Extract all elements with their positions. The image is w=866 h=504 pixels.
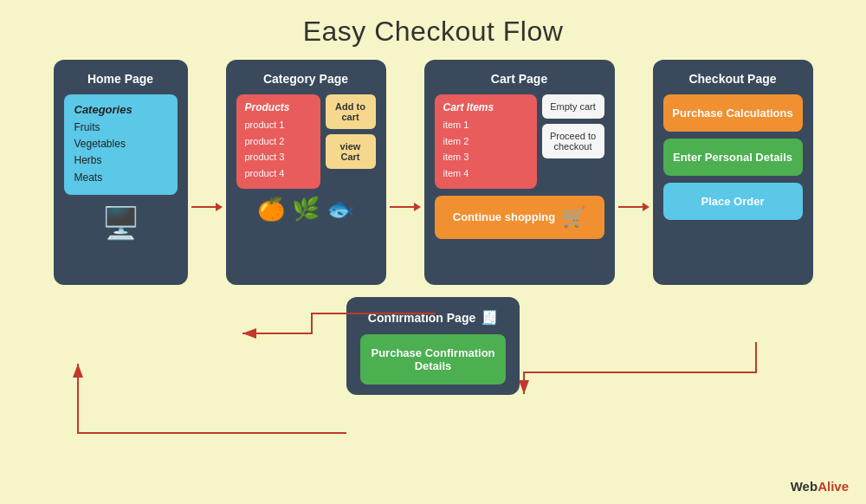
products-title: Products: [245, 101, 312, 113]
arrow-cart-to-checkout: [615, 199, 653, 215]
herb-icon: 🌿: [292, 196, 320, 223]
svg-marker-1: [216, 203, 223, 211]
shopping-cart-icon: 🛒: [562, 206, 585, 229]
checkout-page-title: Checkout Page: [663, 72, 803, 86]
fish-icon: 🐟: [326, 196, 354, 223]
cart-item-1: item 1: [443, 117, 528, 133]
confirmation-title-row: Confirmation Page 🧾: [360, 309, 506, 326]
empty-cart-button[interactable]: Empty cart: [542, 94, 604, 119]
categories-list: Fruits Vegetables Herbs Meats: [74, 120, 167, 186]
category-meats: Meats: [74, 170, 167, 186]
cart-item-3: item 3: [443, 149, 528, 165]
orange-icon: 🍊: [257, 196, 285, 223]
svg-marker-5: [643, 203, 650, 211]
add-to-cart-button[interactable]: Add to cart: [326, 94, 376, 129]
receipt-icon: 🧾: [481, 309, 498, 326]
confirmation-section: Confirmation Page 🧾 Purchase Confirmatio…: [0, 297, 866, 395]
checkout-page-card: Checkout Page Purchase Calculations Ente…: [653, 60, 813, 285]
cart-item-2: item 2: [443, 133, 528, 150]
category-vegetables: Vegetables: [74, 136, 167, 152]
confirmation-page-card: Confirmation Page 🧾 Purchase Confirmatio…: [346, 297, 520, 395]
svg-marker-3: [414, 203, 421, 211]
products-list: product 1 product 2 product 3 product 4: [245, 117, 312, 182]
cart-page-title: Cart Page: [435, 72, 604, 86]
branding: WebAlive: [791, 479, 849, 494]
personal-details-button[interactable]: Enter Personal Details: [663, 139, 803, 176]
arrow-home-to-category: [188, 199, 226, 215]
view-cart-button[interactable]: view Cart: [326, 134, 376, 169]
brand-suffix: Alive: [818, 479, 849, 494]
computer-icon: 🖥️: [64, 205, 178, 242]
category-herbs: Herbs: [74, 152, 167, 169]
categories-title: Categories: [74, 103, 167, 116]
product-3: product 3: [245, 149, 312, 165]
proceed-to-checkout-button[interactable]: Proceed to checkout: [542, 124, 604, 158]
confirmation-page-title: Confirmation Page: [368, 311, 475, 325]
product-1: product 1: [245, 117, 312, 133]
products-area: Products product 1 product 2 product 3 p…: [236, 94, 376, 189]
brand-prefix: Web: [791, 479, 818, 494]
page-title: Easy Checkout Flow: [0, 0, 866, 60]
products-box: Products product 1 product 2 product 3 p…: [236, 94, 320, 189]
arrow-category-to-cart: [386, 199, 424, 215]
continue-shopping-button[interactable]: Continue shopping 🛒: [435, 196, 604, 239]
categories-box: Categories Fruits Vegetables Herbs Meats: [64, 94, 178, 195]
category-page-card: Category Page Products product 1 product…: [226, 60, 386, 285]
home-page-card: Home Page Categories Fruits Vegetables H…: [54, 60, 188, 285]
category-page-title: Category Page: [236, 72, 376, 86]
category-fruits: Fruits: [74, 120, 167, 136]
cart-items-box: Cart Items item 1 item 2 item 3 item 4: [435, 94, 537, 189]
cart-items-list: item 1 item 2 item 3 item 4: [443, 117, 528, 182]
cart-item-4: item 4: [443, 165, 528, 182]
cart-items-title: Cart Items: [443, 101, 528, 113]
cart-side-buttons: Empty cart Proceed to checkout: [542, 94, 604, 189]
continue-shopping-label: Continue shopping: [453, 210, 555, 223]
product-4: product 4: [245, 165, 312, 182]
food-emojis: 🍊 🌿 🐟: [236, 196, 376, 223]
cart-page-card: Cart Page Cart Items item 1 item 2 item …: [424, 60, 615, 285]
purchase-calculations-button[interactable]: Purchase Calculations: [663, 94, 803, 132]
place-order-button[interactable]: Place Order: [663, 183, 803, 220]
purchase-confirmation-button[interactable]: Purchase Confirmation Details: [360, 334, 506, 384]
home-page-title: Home Page: [64, 72, 178, 86]
cart-inner: Cart Items item 1 item 2 item 3 item 4 E…: [435, 94, 604, 189]
cart-action-buttons: Add to cart view Cart: [326, 94, 376, 189]
product-2: product 2: [245, 133, 312, 150]
